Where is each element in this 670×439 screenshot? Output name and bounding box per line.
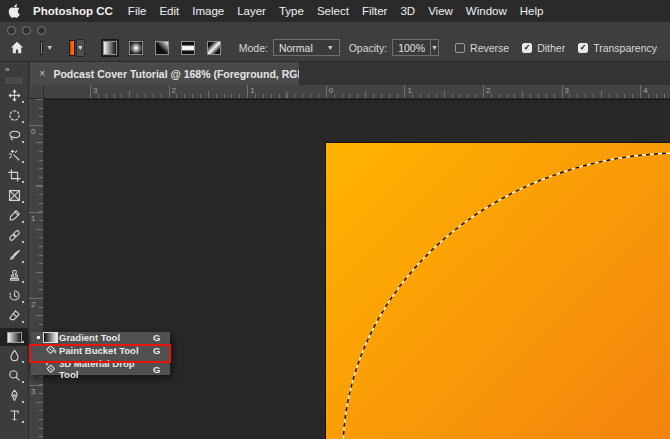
mode-label: Mode: [239,42,268,54]
elliptical-marquee-tool[interactable] [0,108,28,126]
apple-icon[interactable] [8,4,20,18]
eraser-icon [8,308,21,326]
panel-grip[interactable] [5,77,23,84]
menu-image[interactable]: Image [192,5,224,17]
photoshop-window: Photoshop CC FileEditImageLayerTypeSelec… [0,0,670,439]
menu-file[interactable]: File [128,5,147,17]
blur-tool[interactable] [0,348,28,366]
ruler-label: 0 [329,86,333,95]
home-icon[interactable] [10,41,24,54]
magic-wand-icon [8,148,21,166]
flyout-shortcut: G [153,364,166,375]
menu-window[interactable]: Window [466,5,507,17]
options-bar: ▼ ▼ Mode: Normal ▼ Opacity: 100% ▼ Rever… [0,22,670,62]
ruler-label: 3 [565,86,569,95]
menu-type[interactable]: Type [279,5,304,17]
mode-dropdown[interactable]: Normal ▼ [273,39,340,56]
brush-tool[interactable] [0,248,28,266]
menu-select[interactable]: Select [317,5,349,17]
document-tab[interactable]: × Podcast Cover Tutorial @ 168% (Foregro… [30,62,299,85]
brush-icon [8,248,21,266]
healing-brush-tool[interactable] [0,228,28,246]
transparency-checkbox[interactable]: ✓Transparency [578,42,657,54]
ruler-label: 2 [486,86,490,95]
menu-layer[interactable]: Layer [237,5,266,17]
menu-edit[interactable]: Edit [159,5,179,17]
diamond-gradient-icon [207,41,221,55]
menu-bar: Photoshop CC FileEditImageLayerTypeSelec… [0,0,670,22]
ruler-corner[interactable] [29,85,44,99]
magic-wand-tool[interactable] [0,148,28,166]
tool-preset-picker[interactable] [40,41,43,55]
ruler-label: 3 [31,387,35,396]
ruler-label: 4 [643,86,647,95]
flyout-item-gradient-tool[interactable]: Gradient ToolG [31,332,170,343]
gradient-tool[interactable] [0,328,28,346]
gradient-icon [7,332,22,343]
history-brush-icon [8,288,21,306]
eraser-tool[interactable] [0,308,28,326]
ruler-label: 0 [31,127,35,136]
crop-tool[interactable] [0,168,28,186]
history-brush-tool[interactable] [0,288,28,306]
opacity-value-box[interactable]: 100% [392,39,431,56]
diamond-gradient-button[interactable] [205,39,223,57]
ruler-label: 1 [407,86,411,95]
move-icon [8,88,21,106]
eyedropper-tool[interactable] [0,208,28,226]
angle-gradient-button[interactable] [153,39,171,57]
document-image[interactable] [325,142,670,439]
menu-view[interactable]: View [428,5,453,17]
mode-value: Normal [279,42,313,54]
current-tool-indicator [34,336,42,339]
type-tool[interactable] [0,408,28,426]
dodge-tool[interactable] [0,368,28,386]
ruler-label: 1 [31,214,35,223]
collapse-panel-button[interactable]: » [0,62,28,74]
reflected-gradient-button[interactable] [179,39,197,57]
linear-gradient-button[interactable] [101,39,119,57]
dither-checkbox[interactable]: ✓Dither [522,42,565,54]
gradient-picker-button[interactable]: ▼ [76,39,85,57]
app-name[interactable]: Photoshop CC [33,5,113,17]
reflected-gradient-icon [181,41,195,55]
opacity-dropdown-button[interactable]: ▼ [431,39,439,56]
frame-tool[interactable] [0,188,28,206]
horizontal-ruler[interactable]: 32101234 [44,85,670,99]
lasso-icon [8,128,21,146]
frame-icon [8,188,21,206]
flyout-item-label: Gradient Tool [59,332,153,343]
menu-help[interactable]: Help [520,5,544,17]
radial-gradient-icon [129,41,143,55]
document-tab-bar: × Podcast Cover Tutorial @ 168% (Foregro… [29,62,670,85]
opacity-label: Opacity: [349,42,388,54]
vertical-ruler[interactable]: 0123 [29,99,44,439]
type-icon [8,408,21,426]
lasso-tool[interactable] [0,128,28,146]
checkbox-checked-icon: ✓ [522,43,532,53]
reverse-checkbox[interactable]: Reverse [455,42,509,54]
chevron-down-icon: ▼ [46,44,53,51]
pen-tool[interactable] [0,388,28,406]
chevron-down-icon: ▼ [327,44,334,51]
3d-material-drop-icon [44,362,57,377]
gradient-preview-swatch[interactable] [69,40,74,56]
clone-stamp-icon [8,268,21,286]
flyout-shortcut: G [153,332,166,343]
linear-gradient-icon [103,41,117,55]
opacity-value: 100% [398,42,425,54]
move-tool[interactable] [0,88,28,106]
gradient-tool-icon [43,332,58,343]
checkbox-label: Reverse [470,42,509,54]
menu-3d[interactable]: 3D [400,5,415,17]
eyedropper-icon [8,208,21,226]
crop-icon [8,168,21,186]
menu-filter[interactable]: Filter [362,5,388,17]
ruler-label: 3 [93,86,97,95]
option-checkboxes: Reverse✓Dither✓Transparency [455,42,670,54]
clone-stamp-tool[interactable] [0,268,28,286]
radial-gradient-button[interactable] [127,39,145,57]
canvas-area[interactable] [44,99,670,439]
gradient-type-buttons [101,39,223,57]
close-tab-icon[interactable]: × [39,67,45,79]
